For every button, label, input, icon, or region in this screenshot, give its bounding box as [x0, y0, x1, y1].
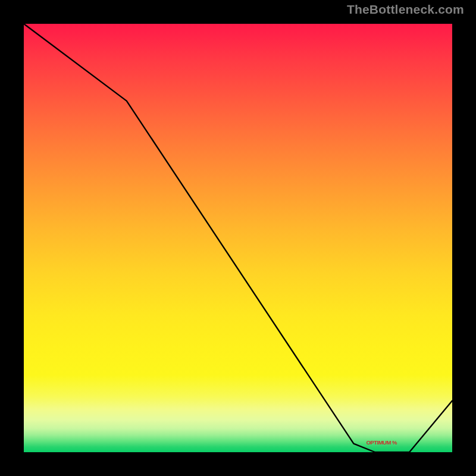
line-chart: [24, 24, 452, 452]
plot-area: OPTIMUM %: [24, 24, 452, 452]
watermark-text: TheBottleneck.com: [347, 2, 464, 17]
plot-border: OPTIMUM %: [18, 18, 458, 458]
curve-path: [24, 24, 452, 452]
chart-frame: TheBottleneck.com OPTIMUM %: [0, 0, 476, 476]
optimum-label: OPTIMUM %: [366, 439, 396, 446]
